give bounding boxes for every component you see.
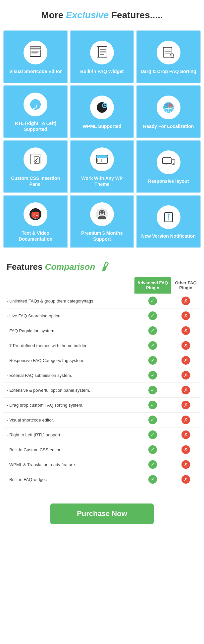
table-row: - Right to Left (RTL) support. ✓ ✗ [3, 427, 201, 442]
feature-text: - WPML & Translation ready feature. [3, 457, 134, 472]
other-check: ✗ [171, 353, 201, 368]
feature-label: Visual Shortcode Editor [9, 68, 62, 74]
feature-premium-support: Premium 6 Months Support [70, 195, 134, 248]
table-row: - Unlimited FAQs & group them category/t… [3, 294, 201, 308]
check-yes-icon: ✓ [148, 430, 157, 439]
svg-rect-12 [163, 47, 172, 57]
notification-icon [157, 205, 180, 229]
feature-text: - Extenal FAQ submission system. [3, 368, 134, 383]
feature-text: - Built-in Custom CSS editor. [3, 442, 134, 457]
header-suffix: Features..... [109, 10, 163, 20]
check-yes-icon: ✓ [148, 416, 157, 424]
check-yes-icon: ✓ [148, 401, 157, 409]
other-check: ✗ [171, 457, 201, 472]
css-icon [24, 147, 47, 171]
svg-rect-32 [98, 159, 102, 162]
advanced-check: ✓ [134, 338, 171, 353]
check-no-icon: ✗ [181, 475, 190, 484]
feature-text: - Built-in FAQ widget. [3, 472, 134, 487]
comparison-header: Features Comparison 🖌 [0, 251, 204, 277]
col-advanced-header: Advanced FAQ Plugin [134, 277, 171, 294]
feature-label: Ready For Localization [143, 123, 194, 129]
check-no-icon: ✗ [181, 460, 190, 469]
table-row: - Built-in Custom CSS editor. ✓ ✗ [3, 442, 201, 457]
check-yes-icon: ✓ [148, 356, 157, 365]
feature-text: - Extensive & powerful option panel syst… [3, 383, 134, 398]
check-yes-icon: ✓ [148, 326, 157, 335]
advanced-check: ✓ [134, 368, 171, 383]
feature-text: - Visual shortcode editor. [3, 413, 134, 427]
page-header: More Exclusive Features..... [0, 0, 204, 27]
feature-rtl: ز RTL (Right To Left) Supported [3, 85, 68, 138]
check-yes-icon: ✓ [148, 475, 157, 484]
drag-drop-icon [157, 41, 180, 64]
faq-icon [90, 41, 114, 64]
paintbrush-icon: 🖌 [99, 260, 111, 273]
feature-label: Built-in FAQ Widget [80, 68, 124, 74]
advanced-check: ✓ [134, 457, 171, 472]
feature-label: Darg & Drop FAQ Sorting [141, 68, 196, 74]
advanced-check: ✓ [134, 353, 171, 368]
svg-rect-30 [96, 155, 108, 158]
svg-rect-27 [34, 157, 39, 163]
check-yes-icon: ✓ [148, 297, 157, 305]
feature-text: - Responsive FAQ Category/Tag system. [3, 353, 134, 368]
feature-wpml: WPML Supported [70, 85, 134, 138]
check-no-icon: ✗ [181, 445, 190, 454]
theme-icon [90, 147, 114, 171]
other-check: ✗ [171, 383, 201, 398]
purchase-now-button[interactable]: Purchase Now [50, 503, 154, 524]
check-no-icon: ✗ [181, 356, 190, 365]
other-check: ✗ [171, 398, 201, 413]
other-check: ✗ [171, 427, 201, 442]
other-check: ✗ [171, 294, 201, 308]
comparison-title-prefix: Features [7, 262, 45, 272]
table-row: - Built-in FAQ widget. ✓ ✗ [3, 472, 201, 487]
svg-rect-35 [163, 158, 171, 164]
feature-label: New Version Notification [141, 233, 196, 239]
svg-rect-46 [99, 213, 100, 215]
feature-new-version: New Version Notification [136, 195, 201, 248]
advanced-check: ✓ [134, 308, 171, 323]
feature-text: - Right to Left (RTL) support. [3, 427, 134, 442]
advanced-check: ✓ [134, 294, 171, 308]
header-prefix: More [41, 10, 66, 20]
svg-point-22 [104, 104, 106, 106]
col-feature-header [3, 277, 134, 294]
feature-label: Text & Video Documentation [7, 230, 64, 242]
youtube-icon: You Tube [24, 202, 47, 226]
svg-point-51 [168, 219, 169, 220]
wpml-icon [90, 96, 114, 119]
check-yes-icon: ✓ [148, 341, 157, 350]
check-no-icon: ✗ [181, 386, 190, 394]
advanced-check: ✓ [134, 472, 171, 487]
table-row: - Live FAQ Searching option. ✓ ✗ [3, 308, 201, 323]
svg-text:You: You [33, 214, 38, 217]
feature-visual-shortcode-editor: Visual Shortcode Editor [3, 30, 68, 83]
check-no-icon: ✗ [181, 341, 190, 350]
advanced-check: ✓ [134, 427, 171, 442]
svg-text:ز: ز [33, 100, 37, 109]
feature-label: WPML Supported [83, 123, 121, 129]
feature-text: - Live FAQ Searching option. [3, 308, 134, 323]
header-highlight: Exclusive [66, 10, 109, 20]
shortcode-icon [24, 41, 47, 64]
other-check: ✗ [171, 442, 201, 457]
svg-rect-47 [104, 213, 105, 215]
feature-builtin-faq-widget: Built-in FAQ Widget [70, 30, 134, 83]
support-icon [90, 202, 114, 226]
localization-icon [157, 96, 180, 119]
features-grid: Visual Shortcode Editor Built-in FAQ Wid… [0, 27, 204, 251]
other-check: ✗ [171, 308, 201, 323]
advanced-check: ✓ [134, 413, 171, 427]
check-no-icon: ✗ [181, 326, 190, 335]
check-no-icon: ✗ [181, 430, 190, 439]
check-yes-icon: ✓ [148, 311, 157, 320]
check-no-icon: ✗ [181, 311, 190, 320]
check-no-icon: ✗ [181, 416, 190, 424]
feature-label: Work With Any WP Theme [74, 175, 130, 187]
advanced-check: ✓ [134, 442, 171, 457]
svg-rect-2 [30, 49, 41, 50]
other-check: ✗ [171, 368, 201, 383]
table-row: - Extensive & powerful option panel syst… [3, 383, 201, 398]
